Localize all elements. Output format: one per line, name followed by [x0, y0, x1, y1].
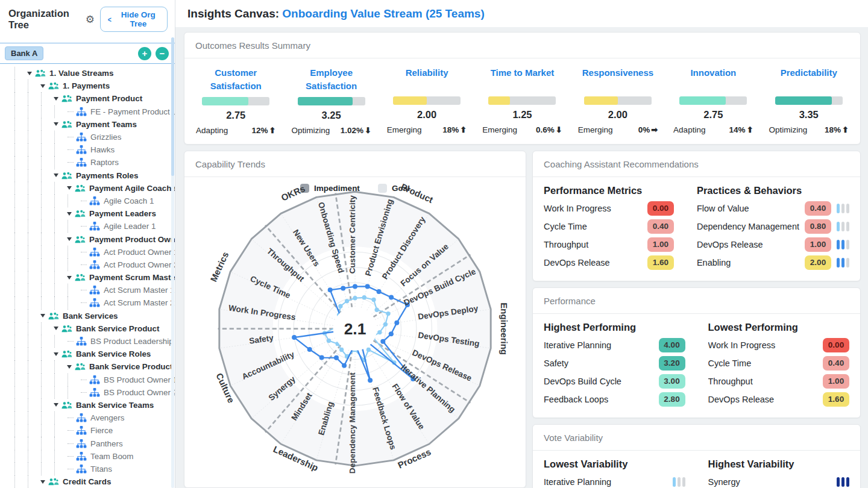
expand-caret-icon[interactable]	[67, 212, 72, 216]
tree-node-group[interactable]: Payment Leaders	[14, 207, 175, 220]
coaching-row[interactable]: Flow of Value0.40	[697, 199, 849, 217]
radar-axis-label[interactable]: Dependency Management	[348, 372, 357, 474]
radar-data-point[interactable]	[345, 299, 349, 303]
expand-caret-icon[interactable]	[54, 122, 58, 126]
tree-node-group[interactable]: Payment Scrum Masters	[14, 271, 175, 284]
radar-data-point[interactable]	[334, 355, 339, 360]
coaching-row[interactable]: Throughput1.00	[544, 236, 674, 254]
tree-root-node[interactable]: Bank A	[5, 46, 43, 60]
tree-node-leaf[interactable]: Team Boom	[14, 450, 175, 463]
vote-row[interactable]: Iterative Planning	[544, 473, 685, 488]
collapse-all-button[interactable]: −	[156, 47, 169, 60]
tree-node-leaf[interactable]: Act Product Owner 1	[14, 246, 175, 258]
radar-data-point[interactable]	[338, 304, 342, 308]
expand-caret-icon[interactable]	[54, 403, 58, 407]
expand-caret-icon[interactable]	[67, 365, 72, 369]
tree-node-leaf[interactable]: Titans	[14, 463, 175, 475]
radar-data-point[interactable]	[342, 363, 347, 368]
coaching-row[interactable]: Enabling2.00	[697, 254, 849, 272]
radar-data-point[interactable]	[377, 330, 382, 334]
radar-data-point[interactable]	[389, 331, 394, 336]
performance-row[interactable]: Throughput1.00	[708, 372, 850, 390]
radar-data-point[interactable]	[371, 297, 376, 301]
radar-data-point[interactable]	[339, 347, 344, 351]
tree-node-group[interactable]: Payment Teams	[14, 118, 175, 131]
sidebar-scrollbar-thumb[interactable]	[171, 37, 174, 176]
performance-row[interactable]: DevOps Release1.60	[708, 390, 850, 408]
metric-name[interactable]: Responsiveness	[582, 66, 653, 92]
expand-caret-icon[interactable]	[67, 276, 72, 280]
radar-data-point[interactable]	[328, 287, 333, 292]
performance-row[interactable]: Iterative Planning4.00	[544, 336, 685, 354]
expand-caret-icon[interactable]	[40, 314, 45, 318]
radar-data-point[interactable]	[365, 284, 370, 289]
metric-name[interactable]: Employee Satisfaction	[294, 66, 369, 93]
tree-node-group[interactable]: 1. Value Streams	[14, 67, 175, 80]
tree-node-group[interactable]: Bank Service Product Owners	[14, 360, 175, 373]
tree-node-group[interactable]: Bank Service Product	[14, 322, 175, 335]
tree-node-leaf[interactable]: Fierce	[14, 424, 175, 437]
tree-node-group[interactable]: Payment Product	[14, 92, 175, 105]
coaching-row[interactable]: Cycle Time0.40	[544, 217, 674, 236]
tree-node-leaf[interactable]: Agile Coach 1	[14, 195, 175, 207]
coaching-row[interactable]: DevOps Release1.00	[697, 236, 849, 254]
coaching-row[interactable]: DevOps Release1.60	[544, 254, 674, 272]
radar-data-point[interactable]	[374, 307, 379, 311]
metric-name[interactable]: Innovation	[690, 66, 736, 92]
vote-row[interactable]: Synergy	[708, 473, 850, 488]
metric-name[interactable]: Customer Satisfaction	[198, 66, 273, 93]
expand-caret-icon[interactable]	[40, 84, 45, 88]
radar-data-point[interactable]	[292, 335, 297, 340]
radar-data-point[interactable]	[353, 296, 357, 300]
expand-caret-icon[interactable]	[54, 174, 58, 177]
radar-data-point[interactable]	[362, 295, 366, 299]
tree-node-leaf[interactable]: Raptors	[14, 156, 175, 169]
expand-caret-icon[interactable]	[40, 480, 45, 484]
radar-data-point[interactable]	[394, 320, 399, 325]
expand-caret-icon[interactable]	[54, 97, 58, 101]
tree-node-leaf[interactable]: BS Product Owner 2	[14, 386, 175, 399]
expand-caret-icon[interactable]	[54, 327, 58, 330]
radar-data-point[interactable]	[377, 289, 382, 294]
sidebar-scrollbar[interactable]	[171, 37, 174, 488]
tree-node-leaf[interactable]: BS Product Owner 1	[14, 374, 175, 386]
tree-node-leaf[interactable]: BS Product Leadership Team	[14, 335, 175, 348]
tree-node-group[interactable]: Bank Services	[14, 310, 175, 322]
tree-node-leaf[interactable]: Agile Leader 1	[14, 220, 175, 233]
tree-node-group[interactable]: Payments Roles	[14, 169, 175, 182]
expand-all-button[interactable]: +	[138, 47, 151, 60]
radar-data-point[interactable]	[383, 322, 388, 326]
capability-radar-chart[interactable]: ProductEngineeringProcessLeadershipCultu…	[185, 181, 525, 488]
tree-node-group[interactable]: Payment Agile Coaches	[14, 182, 175, 195]
radar-data-point[interactable]	[319, 355, 324, 360]
tree-node-leaf[interactable]: Act Scrum Master 1	[14, 284, 175, 296]
performance-row[interactable]: Work In Progress0.00	[708, 336, 850, 354]
metric-name[interactable]: Time to Market	[491, 66, 555, 92]
radar-data-point[interactable]	[341, 286, 345, 290]
coaching-row[interactable]: Work In Progress0.00	[544, 199, 674, 217]
gear-icon[interactable]: ⚙	[86, 14, 95, 25]
radar-data-point[interactable]	[368, 378, 373, 383]
radar-data-point[interactable]	[386, 311, 390, 315]
tree-node-leaf[interactable]: Hawks	[14, 143, 175, 156]
radar-data-point[interactable]	[389, 295, 394, 299]
tree-node-leaf[interactable]: Act Scrum Master 2	[14, 296, 175, 309]
performance-row[interactable]: Feedback Loops2.80	[544, 390, 685, 408]
radar-data-point[interactable]	[353, 284, 357, 289]
tree-node-leaf[interactable]: Panthers	[14, 437, 175, 449]
tree-node-group[interactable]: Credit Cards	[14, 475, 175, 488]
metric-name[interactable]: Predictability	[781, 66, 837, 92]
tree-node-group[interactable]: Bank Service Teams	[14, 399, 175, 411]
tree-node-group[interactable]: Payment Product Owners	[14, 233, 175, 245]
tree-node-leaf[interactable]: FE - Payment Product Leader	[14, 105, 175, 118]
expand-caret-icon[interactable]	[27, 72, 32, 75]
radar-data-point[interactable]	[366, 347, 371, 351]
performance-row[interactable]: Safety3.20	[544, 354, 685, 372]
tree-node-group[interactable]: Bank Service Roles	[14, 348, 175, 360]
metric-name[interactable]: Reliability	[406, 66, 448, 92]
radar-axis-label[interactable]: Customer Centricity	[348, 195, 357, 274]
expand-caret-icon[interactable]	[67, 186, 72, 190]
tree-node-group[interactable]: 1. Payments	[14, 80, 175, 92]
performance-row[interactable]: Cycle Time0.40	[708, 354, 850, 372]
expand-caret-icon[interactable]	[54, 352, 58, 356]
